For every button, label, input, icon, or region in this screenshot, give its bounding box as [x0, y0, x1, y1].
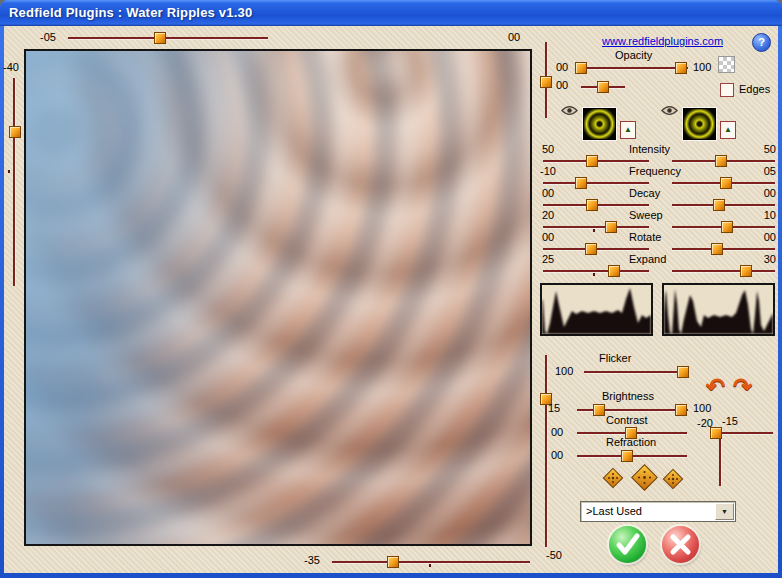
rotate-left-slider[interactable]	[543, 248, 649, 250]
secondary-slider[interactable]	[581, 86, 625, 88]
rotate-cw-arrow-icon[interactable]: ↷	[733, 376, 752, 396]
right-top-slider-value: 00	[508, 31, 520, 43]
brightness-min-handle[interactable]	[593, 404, 605, 416]
slider-handle[interactable]	[715, 155, 727, 167]
preview-bottom-slider[interactable]	[332, 561, 530, 563]
frequency-label: Frequency	[629, 165, 681, 177]
cancel-button[interactable]	[662, 526, 699, 563]
slider-handle[interactable]	[711, 243, 723, 255]
decay-right-value: 00	[748, 187, 776, 199]
flicker-value: 100	[555, 365, 573, 377]
preview-top-slider-handle[interactable]	[154, 32, 166, 44]
expand-left-slider[interactable]	[543, 270, 649, 272]
offset-h-slider[interactable]	[713, 432, 773, 434]
slider-handle[interactable]	[740, 265, 752, 277]
frequency-left-slider[interactable]	[543, 182, 649, 184]
diamond-button-small[interactable]	[662, 468, 684, 490]
ok-button[interactable]	[609, 526, 646, 563]
website-link[interactable]: www.redfieldplugins.com	[602, 35, 723, 47]
slider-handle[interactable]	[586, 199, 598, 211]
secondary-slider-handle[interactable]	[597, 81, 609, 93]
rotate-ccw-arrow-icon[interactable]: ↶	[706, 376, 725, 396]
slider-tick	[593, 273, 595, 276]
opacity-label: Opacity	[615, 49, 652, 61]
slider-handle[interactable]	[585, 243, 597, 255]
right-lower-vslider[interactable]	[545, 355, 547, 547]
bottom-slider-value: -35	[304, 554, 320, 566]
slider-handle[interactable]	[720, 177, 732, 189]
offset-y-value: -15	[722, 415, 738, 427]
brightness-range-slider[interactable]	[577, 409, 688, 411]
rotate-right-value: 00	[748, 231, 776, 243]
contrast-label: Contrast	[606, 414, 648, 426]
slider-handle[interactable]	[608, 265, 620, 277]
slider-handle[interactable]	[713, 199, 725, 211]
preview-bottom-slider-handle[interactable]	[387, 556, 399, 568]
decay-left-value: 00	[542, 187, 554, 199]
contrast-value: 00	[551, 426, 563, 438]
ripple-preview-button[interactable]	[583, 108, 616, 140]
frequency-right-slider[interactable]	[672, 182, 775, 184]
preview-left-slider-handle[interactable]	[9, 126, 21, 138]
title-bar[interactable]: Redfield Plugins : Water Ripples v1.30	[0, 0, 782, 26]
refraction-slider[interactable]	[577, 455, 687, 457]
eye-icon[interactable]	[661, 105, 678, 116]
rotate-right-slider[interactable]	[672, 248, 775, 250]
preview-left-slider[interactable]	[13, 78, 15, 286]
plugin-window: Redfield Plugins : Water Ripples v1.30 -…	[0, 0, 782, 578]
flicker-slider[interactable]	[584, 371, 688, 373]
slider-handle[interactable]	[677, 366, 689, 378]
diamond-button-large[interactable]	[630, 463, 659, 492]
brightness-max-handle[interactable]	[675, 404, 687, 416]
opacity-min-value: 00	[556, 61, 568, 73]
opacity-min-handle[interactable]	[575, 62, 587, 74]
ripple-preview-button[interactable]	[683, 108, 716, 140]
pan-x-value: -05	[40, 31, 56, 43]
intensity-right-slider[interactable]	[672, 160, 775, 162]
intensity-left-slider[interactable]	[543, 160, 649, 162]
decay-label: Decay	[629, 187, 660, 199]
frequency-left-value: -10	[540, 165, 556, 177]
eye-icon[interactable]	[561, 105, 578, 116]
expand-label: Expand	[629, 253, 666, 265]
offset-v-slider[interactable]	[719, 432, 721, 486]
preset-dropdown[interactable]: >Last Used ▼	[580, 501, 736, 522]
sweep-left-slider[interactable]	[543, 226, 649, 228]
contrast-slider[interactable]	[577, 432, 687, 434]
decay-left-slider[interactable]	[543, 204, 649, 206]
texture-pattern-button[interactable]	[718, 56, 735, 73]
sweep-right-slider[interactable]	[672, 226, 775, 228]
edges-checkbox[interactable]	[720, 83, 734, 97]
slider-handle[interactable]	[605, 221, 617, 233]
preview-top-slider[interactable]	[68, 37, 268, 39]
expand-right-slider[interactable]	[672, 270, 775, 272]
slider-handle[interactable]	[721, 221, 733, 233]
water-ripples-render	[24, 49, 532, 546]
sweep-right-value: 10	[748, 209, 776, 221]
diamond-button-small[interactable]	[602, 467, 624, 489]
intensity-label: Intensity	[629, 143, 670, 155]
offset-handle[interactable]	[710, 427, 722, 439]
slider-handle[interactable]	[575, 177, 587, 189]
intensity-left-value: 50	[542, 143, 554, 155]
opacity-max-handle[interactable]	[675, 62, 687, 74]
edges-label: Edges	[739, 83, 770, 95]
slider-tick	[429, 564, 431, 567]
zoom-triangle-button[interactable]: ▲	[620, 121, 636, 139]
dropdown-arrow-icon[interactable]: ▼	[715, 503, 734, 520]
decay-right-slider[interactable]	[672, 204, 775, 206]
opacity-max-value: 100	[693, 61, 711, 73]
rotate-label: Rotate	[629, 231, 661, 243]
help-icon[interactable]: ?	[752, 33, 771, 52]
x-icon	[662, 526, 699, 563]
window-title: Redfield Plugins : Water Ripples v1.30	[9, 5, 252, 20]
preview-image[interactable]	[24, 49, 532, 546]
preset-selected-value: >Last Used	[586, 505, 642, 517]
slider-handle[interactable]	[586, 155, 598, 167]
zoom-triangle-button[interactable]: ▲	[720, 121, 736, 139]
brightness-min-value: 15	[548, 402, 560, 414]
opacity-range-slider[interactable]	[578, 67, 688, 69]
slider-handle[interactable]	[621, 450, 633, 462]
check-icon	[609, 526, 646, 563]
right-upper-vslider-handle[interactable]	[540, 76, 552, 88]
